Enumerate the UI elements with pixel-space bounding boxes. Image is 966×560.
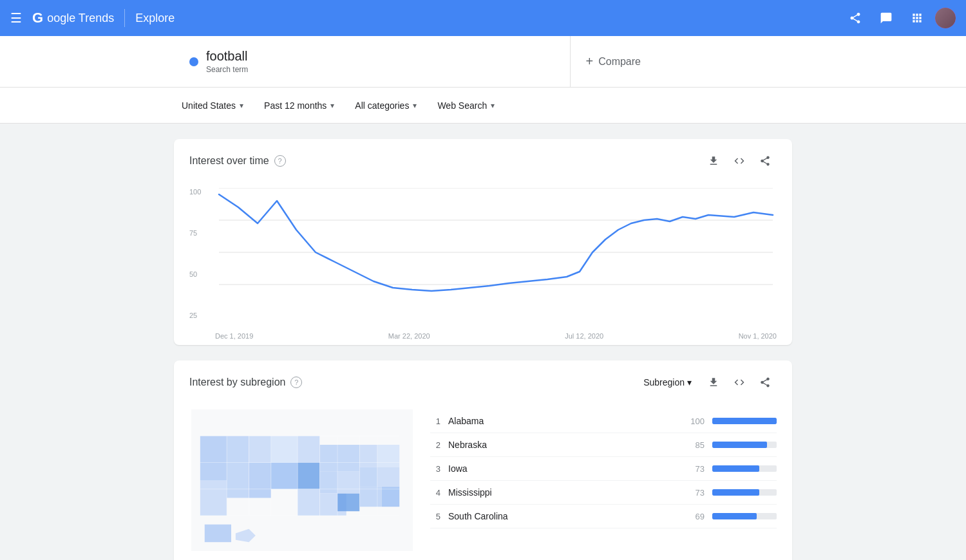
search-term-label: Search term bbox=[206, 65, 248, 74]
interest-over-time-card: Interest over time ? bbox=[174, 139, 792, 345]
time-label: Past 12 months bbox=[264, 100, 327, 111]
card-header-subregion: Interest by subregion ? Subregion ▾ bbox=[174, 360, 792, 399]
y-axis-labels: 100 75 50 25 bbox=[189, 188, 201, 319]
search-area: football Search term + Compare bbox=[0, 36, 966, 88]
svg-marker-10 bbox=[271, 436, 298, 462]
share-icon-time bbox=[759, 155, 771, 167]
ranking-row-2: 2 Nebraska 85 bbox=[430, 433, 777, 457]
embed-button-sub[interactable] bbox=[728, 371, 751, 394]
svg-marker-19 bbox=[359, 445, 377, 467]
card-title-area-sub: Interest by subregion ? bbox=[189, 377, 302, 388]
svg-marker-16 bbox=[298, 489, 319, 516]
interest-over-time-title: Interest over time bbox=[189, 155, 269, 167]
search-type-filter[interactable]: Web Search ▾ bbox=[430, 95, 502, 116]
logo-text: oogle Trends bbox=[47, 12, 114, 25]
location-filter[interactable]: United States ▾ bbox=[174, 95, 251, 116]
region-score-5: 69 bbox=[684, 512, 705, 521]
compare-plus-icon: + bbox=[586, 54, 594, 69]
rank-num-3: 3 bbox=[430, 464, 440, 474]
svg-marker-27 bbox=[205, 525, 231, 543]
ranking-row-4: 4 Mississippi 73 bbox=[430, 481, 777, 505]
region-name-4: Mississippi bbox=[448, 487, 676, 498]
y-label-100: 100 bbox=[189, 188, 201, 196]
time-filter[interactable]: Past 12 months ▾ bbox=[256, 95, 342, 116]
svg-marker-12 bbox=[298, 436, 319, 462]
y-label-75: 75 bbox=[189, 229, 201, 237]
subregion-content: 1 Alabama 100 2 Nebraska 85 3 bbox=[174, 399, 792, 560]
explore-label: Explore bbox=[135, 12, 175, 25]
search-term-value[interactable]: football bbox=[206, 49, 248, 64]
rank-num-2: 2 bbox=[430, 440, 440, 450]
share-button-time[interactable] bbox=[753, 149, 777, 173]
bar-fill-5 bbox=[712, 513, 757, 519]
bar-fill-3 bbox=[712, 465, 759, 472]
help-icon-subregion[interactable]: ? bbox=[290, 377, 302, 388]
categories-chevron: ▾ bbox=[413, 101, 417, 110]
chart-container: 100 75 50 25 Dec 1, 2019 Mar 22, 2020 Ju… bbox=[174, 178, 792, 345]
help-icon-time[interactable]: ? bbox=[274, 155, 286, 167]
bar-fill-1 bbox=[712, 418, 777, 424]
svg-marker-20 bbox=[337, 471, 359, 493]
svg-marker-18 bbox=[337, 445, 359, 471]
compare-section[interactable]: + Compare bbox=[571, 36, 967, 87]
categories-label: All categories bbox=[355, 100, 409, 111]
card-actions-time bbox=[702, 149, 777, 173]
ranking-row-3: 3 Iowa 73 bbox=[430, 457, 777, 481]
download-button-sub[interactable] bbox=[702, 371, 725, 394]
user-avatar[interactable] bbox=[935, 8, 956, 28]
region-name-2: Nebraska bbox=[448, 440, 676, 450]
bar-fill-2 bbox=[712, 442, 767, 448]
bar-container-1 bbox=[712, 418, 777, 424]
interest-by-subregion-card: Interest by subregion ? Subregion ▾ bbox=[174, 360, 792, 560]
trend-chart bbox=[215, 188, 777, 317]
location-label: United States bbox=[182, 100, 236, 111]
share-icon-sub bbox=[759, 377, 771, 388]
x-label-nov: Nov 1, 2020 bbox=[739, 332, 777, 340]
subregion-dropdown-label: Subregion bbox=[643, 377, 685, 387]
svg-marker-11 bbox=[271, 463, 298, 489]
y-label-50: 50 bbox=[189, 270, 201, 278]
svg-marker-21 bbox=[359, 467, 377, 487]
message-button[interactable] bbox=[873, 5, 899, 31]
rank-num-4: 4 bbox=[430, 488, 440, 498]
bar-container-2 bbox=[712, 442, 777, 448]
download-button-time[interactable] bbox=[702, 149, 725, 173]
embed-button-time[interactable] bbox=[728, 149, 751, 173]
embed-icon bbox=[734, 155, 745, 167]
svg-marker-14 bbox=[320, 445, 338, 471]
region-score-4: 73 bbox=[684, 488, 705, 498]
main-content: Interest over time ? bbox=[0, 124, 966, 560]
svg-marker-24 bbox=[377, 445, 399, 467]
svg-marker-22 bbox=[337, 494, 359, 512]
region-name-3: Iowa bbox=[448, 463, 676, 474]
share-icon bbox=[849, 12, 862, 24]
subregion-dropdown[interactable]: Subregion ▾ bbox=[638, 373, 697, 391]
google-trends-logo[interactable]: G oogle Trends bbox=[32, 10, 114, 26]
time-chevron: ▾ bbox=[330, 101, 334, 110]
svg-marker-6 bbox=[200, 480, 227, 516]
svg-marker-5 bbox=[200, 436, 227, 480]
download-icon bbox=[708, 155, 719, 167]
card-header-time: Interest over time ? bbox=[174, 139, 792, 178]
region-score-3: 73 bbox=[684, 464, 705, 474]
region-score-2: 85 bbox=[684, 440, 705, 450]
menu-icon[interactable]: ☰ bbox=[10, 10, 22, 26]
search-type-label: Web Search bbox=[437, 100, 487, 111]
svg-marker-26 bbox=[382, 487, 400, 507]
bar-container-5 bbox=[712, 513, 777, 519]
rankings-section: 1 Alabama 100 2 Nebraska 85 3 bbox=[430, 409, 777, 554]
card-actions-sub bbox=[702, 371, 777, 394]
x-axis-labels: Dec 1, 2019 Mar 22, 2020 Jul 12, 2020 No… bbox=[215, 332, 777, 340]
share-button-sub[interactable] bbox=[753, 371, 777, 394]
categories-filter[interactable]: All categories ▾ bbox=[347, 95, 424, 116]
region-name-5: South Carolina bbox=[448, 511, 676, 521]
apps-button[interactable] bbox=[904, 5, 930, 31]
share-button[interactable] bbox=[842, 5, 868, 31]
svg-marker-15 bbox=[320, 471, 338, 493]
bar-container-4 bbox=[712, 489, 777, 496]
compare-text: Compare bbox=[598, 56, 641, 68]
map-section bbox=[189, 409, 415, 554]
bar-fill-4 bbox=[712, 489, 759, 496]
embed-icon-sub bbox=[734, 377, 745, 388]
rank-num-1: 1 bbox=[430, 416, 440, 426]
